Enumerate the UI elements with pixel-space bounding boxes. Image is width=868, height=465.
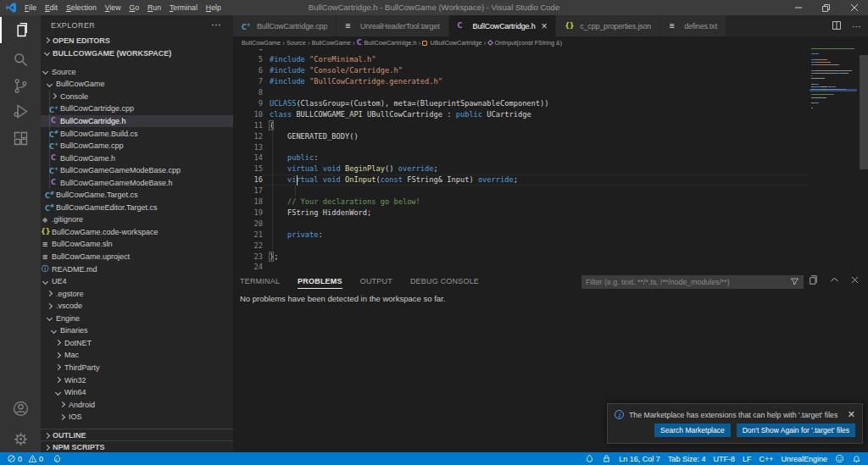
tree-item-BullCowGameGameModeBase.cpp[interactable]: C+BullCowGameGameModeBase.cpp	[41, 164, 233, 177]
maximize-panel-icon[interactable]	[830, 275, 839, 286]
close-button[interactable]	[840, 0, 868, 15]
breadcrumb-UBullCowCartridge[interactable]: UBullCowCartridge	[422, 39, 481, 47]
tree-item-BullCowGame.cpp[interactable]: C+BullCowGame.cpp	[41, 140, 233, 152]
source-control-icon[interactable]	[0, 73, 41, 99]
menu-help[interactable]: Help	[202, 0, 225, 15]
menu-run[interactable]: Run	[143, 0, 165, 15]
section-npm-scripts[interactable]: NPM SCRIPTS	[41, 440, 233, 452]
panel-tab-debug-console[interactable]: DEBUG CONSOLE	[410, 277, 479, 289]
tree-item-Binaries[interactable]: Binaries	[41, 324, 233, 337]
tree-item-.egstore[interactable]: .egstore	[41, 287, 233, 300]
tree-item-BullCowCartridge.h[interactable]: CBullCowCartridge.h	[41, 115, 233, 128]
explorer-icon[interactable]	[0, 17, 41, 43]
tab-defines.txt[interactable]: ≡defines.txt	[660, 15, 726, 36]
filter-input[interactable]	[581, 278, 790, 286]
tab-c_cpp_properties.json[interactable]: {}c_cpp_properties.json	[556, 15, 660, 36]
tree-item-Engine[interactable]: Engine	[41, 313, 233, 325]
menu-edit[interactable]: Edit	[41, 0, 62, 15]
h-file-icon: C	[49, 117, 58, 125]
section-outline[interactable]: OUTLINE	[41, 429, 233, 441]
menu-selection[interactable]: Selection	[62, 0, 101, 15]
tree-item-Console[interactable]: Console	[41, 91, 233, 103]
more-actions-icon[interactable]: ···	[852, 21, 861, 31]
search-marketplace-button[interactable]: Search Marketplace	[654, 423, 731, 437]
panel-tab-terminal[interactable]: TERMINAL	[240, 277, 280, 289]
breadcrumb-BullCowGame[interactable]: BullCowGame	[312, 39, 351, 47]
tree-item-BullCowGameEditor.Target.cs[interactable]: C#BullCowGameEditor.Target.cs	[41, 202, 233, 214]
code-editor[interactable]: 45#include "CoreMinimal.h"6#include "Con…	[233, 49, 868, 273]
tree-item-IOS[interactable]: IOS	[41, 411, 233, 423]
status-tab-size[interactable]: Tab Size: 4	[668, 455, 706, 463]
lock-icon[interactable]	[602, 454, 611, 463]
tree-item-ThirdParty[interactable]: ThirdParty	[41, 362, 233, 374]
status-encoding[interactable]: UTF-8	[713, 455, 735, 463]
tree-item-BullCowGame.Build.cs[interactable]: C#BullCowGame.Build.cs	[41, 127, 233, 140]
chevron-right-icon	[46, 291, 52, 296]
tab-BullCowCartridge.cpp[interactable]: C+BullCowCartridge.cpp	[233, 15, 337, 36]
tree-item-Win64[interactable]: Win64	[41, 386, 233, 399]
panel-tab-output[interactable]: OUTPUT	[360, 277, 392, 289]
line-number-15: 15	[233, 163, 263, 174]
status-cursor-position[interactable]: Ln 16, Col 7	[619, 455, 660, 463]
dont-show-again-button[interactable]: Don't Show Again for '.target' files	[737, 423, 855, 437]
line-number-14: 14	[233, 152, 263, 163]
breadcrumb-OnInput(const FString &)[interactable]: OnInput(const FString &)	[488, 39, 563, 47]
tree-item-BullCowGame.code-workspace[interactable]: {}BullCowGame.code-workspace	[41, 226, 233, 239]
menu-go[interactable]: Go	[125, 0, 143, 15]
minimize-button[interactable]	[784, 0, 812, 15]
problems-filter[interactable]	[581, 275, 804, 289]
bell-icon[interactable]	[852, 454, 861, 463]
menu-view[interactable]: View	[101, 0, 125, 15]
indent-guide	[272, 131, 273, 252]
tab-label: BullCowCartridge.h	[473, 22, 536, 30]
menu-file[interactable]: File	[20, 0, 41, 15]
panel-tab-problems[interactable]: PROBLEMS	[298, 277, 342, 289]
breadcrumb-Source[interactable]: Source	[287, 39, 306, 47]
status-eol[interactable]: LF	[743, 455, 752, 463]
breadcrumb-BullCowGame[interactable]: BullCowGame	[242, 39, 281, 47]
tree-item-BullCowGame.sln[interactable]: ≡BullCowGame.sln	[41, 238, 233, 251]
symbol-method-icon	[487, 40, 493, 46]
breadcrumb-BullCowCartridge.h[interactable]: CBullCowCartridge.h	[357, 39, 417, 47]
unreal-flame-icon[interactable]	[53, 454, 64, 463]
tree-item-README.md[interactable]: ⓘREADME.md	[41, 263, 233, 275]
editor-scrollbar[interactable]	[860, 55, 868, 169]
tab-BullCowCartridge.h[interactable]: CBullCowCartridge.h×	[449, 15, 557, 36]
tree-item-.vscode[interactable]: .vscode	[41, 300, 233, 313]
tab-UnrealHeaderTool.target[interactable]: ≡UnrealHeaderTool.target	[337, 15, 448, 36]
run-debug-icon[interactable]	[0, 98, 41, 125]
unreal-flame-icon[interactable]	[585, 454, 594, 463]
close-panel-icon[interactable]	[850, 275, 860, 286]
problems-status[interactable]: 0	[7, 454, 22, 463]
minimap-line	[811, 97, 826, 98]
tree-item-BullCowGame.Target.cs[interactable]: C#BullCowGame.Target.cs	[41, 189, 233, 202]
tree-item-BullCowGame.h[interactable]: CBullCowGame.h	[41, 152, 233, 164]
minimap[interactable]	[810, 48, 857, 268]
status-language-mode[interactable]: C++	[759, 455, 773, 463]
account-icon[interactable]	[0, 396, 41, 422]
tree-item-DotNET[interactable]: DotNET	[41, 337, 233, 350]
tree-item-.gitignore[interactable]: ◆.gitignore	[41, 213, 233, 226]
split-editor-icon[interactable]	[832, 20, 842, 32]
search-icon[interactable]	[0, 47, 41, 73]
tree-item-BullCowGameGameModeBase.h[interactable]: CBullCowGameGameModeBase.h	[41, 176, 233, 189]
tab-close-icon[interactable]: ×	[541, 22, 547, 30]
notification-close-icon[interactable]: ✕	[848, 409, 855, 420]
feedback-icon[interactable]	[835, 454, 844, 463]
tree-item-BullCowGame.uproject[interactable]: ≡BullCowGame.uproject	[41, 251, 233, 263]
menu-terminal[interactable]: Terminal	[165, 0, 202, 15]
tree-item-Win32[interactable]: Win32	[41, 374, 233, 386]
extensions-icon[interactable]	[0, 125, 41, 152]
tree-item-Mac[interactable]: Mac	[41, 349, 233, 362]
tree-item-BullCowCartridge.cpp[interactable]: C+BullCowCartridge.cpp	[41, 102, 233, 115]
warnings-status[interactable]: 0	[28, 454, 43, 463]
line-number-23: 23	[233, 252, 263, 263]
tree-item-UE4[interactable]: UE4	[41, 275, 233, 288]
status-unreal-engine-status[interactable]: UnrealEngine	[781, 455, 827, 463]
maximize-button[interactable]	[812, 0, 840, 15]
tree-item-Source[interactable]: Source	[41, 66, 233, 79]
view-mode-icon[interactable]	[810, 275, 819, 286]
tree-item-BullCowGame[interactable]: BullCowGame	[41, 78, 233, 91]
tree-item-Android[interactable]: Android	[41, 398, 233, 411]
settings-icon[interactable]	[0, 426, 41, 452]
